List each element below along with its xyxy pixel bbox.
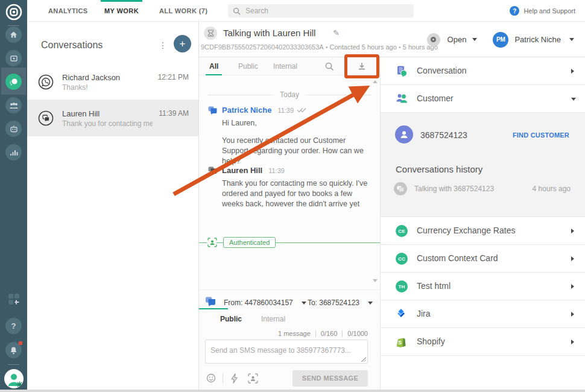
authenticated-divider: Authenticated xyxy=(199,237,380,248)
sidebar-item-people[interactable] xyxy=(0,97,27,113)
resize-handle[interactable] xyxy=(361,357,366,362)
customer-avatar xyxy=(395,125,413,144)
sidebar-item-help[interactable]: ? xyxy=(0,318,27,334)
section-label: Customer xyxy=(417,93,454,103)
conversations-menu-icon[interactable]: ⋮ xyxy=(159,40,167,51)
sidebar-item-profile[interactable] xyxy=(0,369,27,388)
authenticate-customer-icon[interactable] xyxy=(248,373,258,384)
message-time: 11:39 xyxy=(268,167,285,174)
send-message-button[interactable]: SEND MESSAGE xyxy=(292,370,368,387)
message-agent: Patrick Niche 11:39 Hi Lauren, You recen… xyxy=(208,106,373,166)
tab-public[interactable]: Public xyxy=(238,57,258,75)
message-input[interactable] xyxy=(206,340,367,363)
conversation-preview: Thank you for contacting me so... xyxy=(62,119,153,128)
conversation-header: Talking with Lauren Hill ✎ 9CDF9BB755502… xyxy=(199,22,585,57)
whatsapp-channel-icon xyxy=(38,74,54,90)
composer-channel-row: From: 447860034157 To: 3687524123 xyxy=(205,297,373,309)
tab-analytics[interactable]: ANALYTICS xyxy=(48,0,88,22)
from-dropdown-caret[interactable] xyxy=(302,302,306,305)
section-shopify[interactable]: S Shopify xyxy=(381,328,585,356)
scroll-up-arrow[interactable] xyxy=(373,80,378,83)
sidebar-item-home[interactable] xyxy=(0,27,27,43)
channel-active-underline xyxy=(199,308,228,309)
section-jira[interactable]: Jira xyxy=(381,300,585,328)
conversation-contact-name: Lauren Hill xyxy=(62,109,100,118)
bot-icon xyxy=(5,121,22,137)
tab-internal[interactable]: Internal xyxy=(273,57,297,75)
header-controls: Open PM Patrick Niche xyxy=(427,22,585,57)
delivered-check-icon xyxy=(297,107,306,113)
shopify-icon: S xyxy=(396,336,408,348)
message-count: 1 message xyxy=(278,330,311,337)
section-test-html[interactable]: TH Test html xyxy=(381,273,585,300)
sms-message-icon xyxy=(208,106,217,115)
from-number: From: 447860034157 xyxy=(224,299,293,307)
sidebar-item-channels[interactable] xyxy=(0,50,27,66)
expand-chevron-icon xyxy=(571,284,574,289)
edit-title-icon[interactable]: ✎ xyxy=(333,28,340,37)
conversation-id: 9CDF9BB755502572060402033303653A xyxy=(201,43,324,51)
quick-reply-icon[interactable] xyxy=(230,373,241,384)
expand-chevron-icon xyxy=(571,312,574,317)
tab-all[interactable]: All xyxy=(209,57,218,75)
conversation-list-item[interactable]: Richard Jackson 12:21 PM Thanks! xyxy=(27,64,198,100)
status-label: Open xyxy=(447,35,467,44)
help-icon: ? xyxy=(5,318,22,334)
message-list[interactable]: Today Patrick Niche 11:39 Hi Lauren, You… xyxy=(199,75,380,289)
conversations-history-title: Conversations history xyxy=(396,164,482,174)
actions-divider xyxy=(223,373,223,383)
conversation-section-icon xyxy=(396,65,408,77)
agent-dropdown-caret[interactable] xyxy=(569,38,574,41)
scroll-down-arrow[interactable] xyxy=(373,279,378,282)
conversation-meta: 9CDF9BB755502572060402033303653A•Contact… xyxy=(201,43,438,51)
window-bottom-edge xyxy=(0,390,585,392)
svg-text:S: S xyxy=(398,340,402,346)
user-avatar-icon xyxy=(4,369,24,388)
sidebar-item-notifications[interactable] xyxy=(0,342,27,358)
emoji-icon[interactable] xyxy=(206,373,217,384)
customer-detail-section: 3687524123 FIND CUSTOMER Conversations h… xyxy=(381,113,585,217)
message-text: Hi Lauren, xyxy=(222,118,372,128)
conversation-time: 12:21 PM xyxy=(158,73,189,81)
custom-context-badge: CC xyxy=(396,253,408,265)
download-transcript-icon[interactable] xyxy=(357,62,367,71)
message-text: Thank you for contacting me so quickly. … xyxy=(222,179,372,209)
rail-divider xyxy=(8,25,19,26)
tab-my-work[interactable]: MY WORK xyxy=(104,0,139,22)
notification-dot xyxy=(19,341,22,345)
status-dropdown-caret[interactable] xyxy=(472,38,477,41)
composer-tab-public[interactable]: Public xyxy=(220,315,242,323)
message-filter-tabs: All Public Internal xyxy=(199,57,380,75)
sidebar-item-conversations[interactable] xyxy=(0,74,27,90)
conversation-list-item-selected[interactable]: Lauren Hill 11:39 AM Thank you for conta… xyxy=(27,100,198,136)
sidebar-item-analytics[interactable] xyxy=(0,144,27,160)
to-dropdown-caret[interactable] xyxy=(368,302,373,305)
test-html-badge: TH xyxy=(396,280,408,292)
agent-avatar: PM xyxy=(493,32,508,48)
section-label: Shopify xyxy=(417,337,445,346)
section-currency-exchange[interactable]: CE Currency Exchange Rates xyxy=(381,217,585,245)
composer-tab-internal[interactable]: Internal xyxy=(261,315,285,323)
section-conversation[interactable]: Conversation xyxy=(381,57,585,85)
conversations-icon xyxy=(5,74,22,90)
left-nav-rail: ? xyxy=(0,0,27,390)
sidebar-item-apps[interactable] xyxy=(0,292,27,308)
search-input[interactable] xyxy=(245,7,409,15)
section-custom-context-card[interactable]: CC Custom Context Card xyxy=(381,245,585,273)
tab-all-work[interactable]: ALL WORK (7) xyxy=(159,0,207,22)
top-bar: ANALYTICS MY WORK ALL WORK (7) ? Help an… xyxy=(27,0,585,22)
section-customer[interactable]: Customer xyxy=(381,85,585,113)
help-circle-icon: ? xyxy=(510,6,519,16)
find-customer-link[interactable]: FIND CUSTOMER xyxy=(513,131,569,139)
section-label: Custom Context Card xyxy=(417,253,498,263)
search-messages-icon[interactable] xyxy=(324,62,334,71)
to-number: To: 3687524123 xyxy=(308,299,359,307)
infobip-logo[interactable] xyxy=(0,3,27,21)
global-search[interactable] xyxy=(228,4,414,17)
message-input-wrapper xyxy=(205,340,368,364)
new-conversation-button[interactable]: + xyxy=(174,35,191,52)
sidebar-item-bot[interactable] xyxy=(0,121,27,137)
help-and-support[interactable]: ? Help and Support xyxy=(510,0,575,22)
history-item-title[interactable]: Talking with 3687524123 xyxy=(414,185,494,193)
sms-channel-tab[interactable] xyxy=(205,297,216,309)
